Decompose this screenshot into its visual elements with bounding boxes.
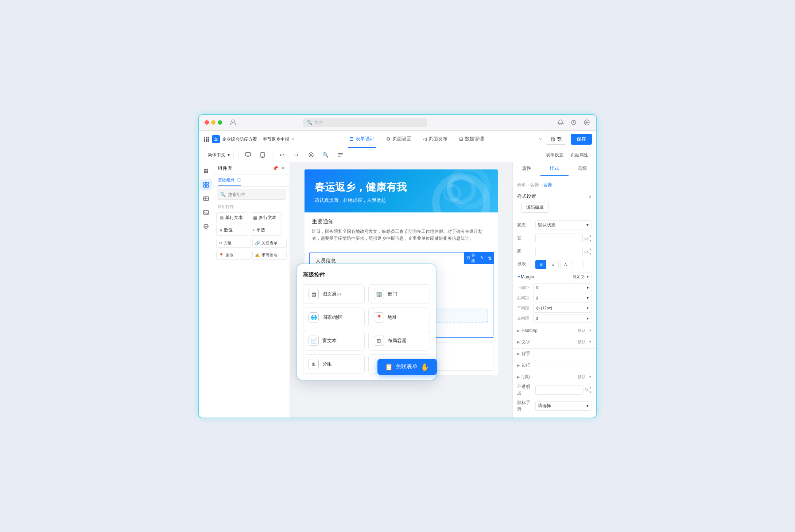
bc-form[interactable]: 表单 (517, 182, 526, 188)
section-edit-icon[interactable]: ✎ (478, 252, 486, 264)
tab-page-settings[interactable]: ⚙ 页面设置 (385, 131, 413, 148)
sidebar-component-icon[interactable] (200, 179, 212, 191)
language-selector[interactable]: 简体中文 ▼ (205, 151, 234, 159)
page-properties-button[interactable]: 页面属性 (569, 151, 590, 159)
display-list-option[interactable]: ≡ (548, 260, 559, 269)
minimize-button[interactable] (211, 120, 216, 125)
tablet-view-button[interactable] (257, 150, 268, 160)
section-delete-icon[interactable]: 🗑 (486, 252, 494, 264)
display-text-option[interactable]: A (560, 260, 571, 269)
height-input[interactable]: 168 (535, 247, 583, 256)
multi-line-text-item[interactable]: ▦ 多行文本 (250, 212, 282, 223)
bc-container-2[interactable]: 容器 (543, 182, 552, 188)
history-icon[interactable] (570, 119, 577, 126)
width-down-arrow[interactable]: ▼ (589, 238, 592, 243)
apps-icon[interactable] (203, 136, 210, 142)
group-item[interactable]: ⊕ 分组 (303, 354, 365, 374)
preview-toolbar-button[interactable] (306, 150, 316, 160)
form-settings-button[interactable]: 表单设置 (544, 151, 566, 159)
padding-row[interactable]: ▶ Padding 默认 ▼ (513, 326, 596, 335)
edit-icon[interactable]: ✎ (291, 137, 295, 142)
signature-item[interactable]: ✍ 手写签名 (252, 251, 287, 260)
save-button[interactable]: 保存 (571, 134, 592, 145)
preview-button[interactable]: 预 览 (546, 134, 566, 145)
state-selector[interactable]: 默认状态 ▼ (535, 220, 592, 230)
chevron-down-icon: ▼ (586, 306, 589, 310)
publish-icon: ◁ (423, 136, 427, 142)
tab-properties[interactable]: 属性 (513, 162, 540, 176)
bc-container-1[interactable]: 容器 (530, 182, 539, 188)
zoom-in-button[interactable] (335, 150, 345, 160)
width-spinners[interactable]: ▲ ▼ (589, 234, 592, 243)
help-icon[interactable]: ? (539, 137, 542, 142)
width-input[interactable]: 661 (535, 234, 583, 243)
add-icon[interactable] (583, 119, 590, 126)
collapse-icon[interactable]: ∧ (589, 194, 592, 199)
layout-container-item[interactable]: ⊞ 布局容器 (368, 331, 430, 351)
maximize-button[interactable] (218, 120, 222, 125)
tab-data-management[interactable]: ⊞ 数据管理 (458, 131, 485, 148)
rich-text-display-item[interactable]: ▤ 图文展示 (303, 284, 365, 304)
margin-bottom-selector[interactable]: 小 (12px) ▼ (533, 304, 592, 313)
user-icon[interactable] (229, 119, 237, 126)
breadcrumb-root[interactable]: 企业综合防疫方案 (222, 136, 257, 142)
height-up-arrow[interactable]: ▲ (589, 247, 592, 251)
undo-button[interactable]: ↩ (277, 150, 287, 160)
margin-right-selector[interactable]: 0 ▼ (533, 294, 592, 302)
width-up-arrow[interactable]: ▲ (589, 234, 592, 238)
margin-mode-selector[interactable]: 自定义 ▼ (570, 273, 592, 281)
close-button[interactable] (205, 120, 209, 125)
opacity-spinners[interactable]: ▲ ▼ (589, 385, 592, 395)
drag-badge[interactable]: 📋 关联表单 ✋ (377, 359, 437, 375)
opacity-up[interactable]: ▲ (589, 385, 592, 390)
shadow-value: 默认 (578, 374, 586, 380)
country-region-item[interactable]: 🌐 国家/地区 (303, 308, 365, 327)
sidebar-table-icon[interactable] (200, 193, 212, 204)
sidebar-apps-icon[interactable] (200, 165, 212, 177)
pin-icon[interactable]: 📌 (272, 165, 278, 171)
sidebar-globe-icon[interactable] (200, 220, 212, 232)
border-row[interactable]: ▶ 边框 (513, 360, 596, 370)
cursor-selector[interactable]: 请选择 ▼ (535, 401, 592, 411)
style-settings-label: 样式设置 (517, 193, 536, 200)
help-circle-icon[interactable]: ⓘ (237, 178, 241, 182)
text-row[interactable]: ▶ 文字 默认 ▼ (513, 337, 596, 347)
breadcrumb-current[interactable]: 春节返乡申报 (263, 136, 289, 142)
margin-header[interactable]: ▼ Margin 自定义 ▼ (517, 273, 592, 281)
height-spinners[interactable]: ▲ ▼ (589, 247, 592, 256)
container-label[interactable]: ⊡ 容器 (464, 252, 478, 264)
shadow-row[interactable]: ▶ 阴影 默认 ▼ (513, 372, 596, 382)
margin-top-selector[interactable]: 0 ▼ (533, 283, 592, 292)
number-item[interactable]: ≡ 数值 (216, 225, 248, 236)
radio-item[interactable]: • 单选 (250, 225, 282, 236)
sidebar-image-icon[interactable] (200, 207, 212, 218)
tab-style[interactable]: 样式 (540, 162, 568, 176)
tab-basic-components[interactable]: 基础组件 ⓘ (218, 177, 241, 186)
opacity-input[interactable]: 100 (535, 385, 583, 395)
tab-form-design[interactable]: ☰ 表单设计 (348, 131, 376, 148)
notification-icon[interactable] (557, 119, 564, 126)
knife-group-item[interactable]: ✂ 刀组 (216, 239, 251, 248)
zoom-out-button[interactable]: 🔍 (321, 150, 331, 160)
linked-form-item[interactable]: 🔗 关联表单 (252, 239, 287, 248)
opacity-down[interactable]: ▼ (589, 390, 592, 395)
location-item[interactable]: 📍 定位 (216, 251, 251, 260)
tab-advanced[interactable]: 高级 (569, 162, 596, 176)
height-down-arrow[interactable]: ▼ (589, 251, 592, 256)
rich-text-item[interactable]: 📄 富文本 (303, 331, 365, 351)
background-row[interactable]: ▶ 背景 (513, 348, 596, 359)
global-search[interactable]: 🔍 搜索 (303, 118, 427, 127)
component-search-input[interactable] (228, 192, 283, 197)
close-panel-icon[interactable]: ✕ (281, 165, 285, 171)
tab-page-publish[interactable]: ◁ 页面发布 (422, 131, 449, 148)
margin-left-selector[interactable]: 0 ▼ (533, 314, 592, 323)
address-item[interactable]: 📍 地址 (368, 308, 430, 327)
desktop-view-button[interactable] (243, 150, 253, 160)
display-none-option[interactable]: — (573, 260, 583, 269)
single-line-text-item[interactable]: ▤ 单行文本 (216, 212, 248, 223)
source-code-button[interactable]: 源码编辑 (521, 203, 548, 213)
redo-button[interactable]: ↪ (291, 150, 302, 160)
display-grid-option[interactable]: ⊞ (535, 260, 546, 269)
department-item[interactable]: 🏢 部门 (368, 284, 430, 304)
container-icon: ⊡ (467, 255, 470, 260)
